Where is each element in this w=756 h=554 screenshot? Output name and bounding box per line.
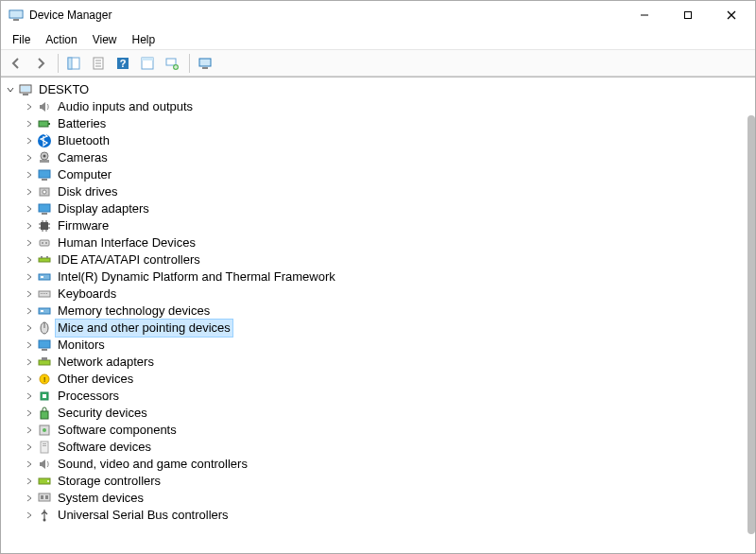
mouse-icon (37, 320, 52, 336)
menu-view[interactable]: View (85, 31, 125, 48)
svg-rect-41 (41, 256, 43, 258)
tree-node-label: Intel(R) Dynamic Platform and Thermal Fr… (56, 268, 337, 286)
menu-bar: File Action View Help (1, 29, 755, 50)
chevron-right-icon[interactable] (24, 254, 35, 266)
maximize-button[interactable] (666, 1, 710, 29)
tree-node-display[interactable]: Display adapters (1, 200, 751, 217)
tree-node-disk[interactable]: Disk drives (1, 183, 751, 200)
svg-rect-43 (39, 274, 50, 280)
svg-rect-65 (41, 441, 48, 453)
chevron-right-icon[interactable] (24, 118, 35, 130)
svg-rect-71 (41, 495, 43, 499)
tree-node-bluetooth[interactable]: Bluetooth (1, 132, 751, 149)
forward-button[interactable] (29, 52, 52, 75)
toolbar-separator (58, 54, 59, 73)
chevron-right-icon[interactable] (24, 510, 35, 521)
chevron-right-icon[interactable] (24, 152, 35, 164)
tree-node-keyboards[interactable]: Keyboards (1, 286, 751, 303)
chevron-down-icon[interactable] (5, 84, 16, 95)
chevron-right-icon[interactable] (24, 424, 35, 436)
tree-root-label: DESKTO (37, 81, 91, 98)
chevron-right-icon[interactable] (24, 493, 35, 504)
chevron-right-icon[interactable] (24, 373, 35, 385)
storage-icon (37, 474, 52, 489)
chevron-right-icon[interactable] (24, 459, 35, 470)
tree-node-hid[interactable]: Human Interface Devices (1, 234, 751, 251)
tree-node-memory[interactable]: Memory technology devices (1, 303, 751, 320)
chevron-right-icon[interactable] (24, 288, 35, 300)
monitor-icon (37, 201, 52, 216)
scan-hardware-button[interactable] (161, 52, 183, 75)
svg-rect-50 (39, 308, 50, 314)
tree-node-sound[interactable]: Sound, video and game controllers (1, 456, 751, 473)
tree-node-batteries[interactable]: Batteries (1, 115, 751, 132)
minimize-button[interactable] (623, 1, 666, 29)
card-icon (37, 269, 52, 285)
properties-button[interactable] (87, 52, 110, 75)
chevron-right-icon[interactable] (24, 305, 35, 317)
tree-node-mice[interactable]: Mice and other pointing devices (1, 320, 751, 337)
svg-point-69 (47, 480, 49, 482)
chevron-right-icon[interactable] (24, 441, 35, 453)
tree-node-label: Cameras (56, 149, 110, 166)
tree-node-label: Display adapters (56, 200, 151, 217)
tree-node-security[interactable]: Security devices (1, 405, 751, 422)
tree-node-label: Computer (56, 166, 113, 183)
chevron-right-icon[interactable] (24, 220, 35, 232)
action-button[interactable] (136, 52, 159, 75)
tree-node-system[interactable]: System devices (1, 490, 751, 507)
chevron-right-icon[interactable] (24, 186, 35, 198)
menu-action[interactable]: Action (38, 31, 84, 48)
tree-node-firmware[interactable]: Firmware (1, 217, 751, 234)
tree-node-other[interactable]: !Other devices (1, 371, 751, 388)
tree-node-monitors[interactable]: Monitors (1, 337, 751, 354)
chevron-right-icon[interactable] (24, 169, 35, 181)
chevron-right-icon[interactable] (24, 322, 35, 334)
cpu-icon (37, 389, 52, 404)
tree-node-cameras[interactable]: Cameras (1, 149, 751, 166)
other-icon: ! (37, 372, 52, 387)
tree-node-computer[interactable]: Computer (1, 166, 751, 183)
close-button[interactable] (710, 1, 753, 29)
chevron-right-icon[interactable] (24, 237, 35, 249)
menu-file[interactable]: File (5, 31, 38, 48)
chevron-right-icon[interactable] (24, 101, 35, 113)
svg-rect-37 (40, 240, 49, 246)
system-icon (37, 491, 52, 506)
help-button[interactable]: ? (112, 52, 134, 75)
show-hide-console-button[interactable] (62, 52, 85, 75)
svg-rect-23 (23, 94, 28, 95)
tree-node-processors[interactable]: Processors (1, 388, 751, 405)
devices-by-type-button[interactable] (194, 52, 216, 75)
tree-node-usb[interactable]: Universal Serial Bus controllers (1, 507, 751, 524)
svg-rect-16 (142, 58, 153, 61)
tree-node-label: Storage controllers (56, 473, 163, 490)
chevron-right-icon[interactable] (24, 271, 35, 283)
back-button[interactable] (5, 52, 27, 75)
svg-rect-55 (42, 349, 47, 351)
device-tree[interactable]: DESKTO Audio inputs and outputsBatteries… (1, 78, 751, 553)
tree-node-storage[interactable]: Storage controllers (1, 473, 751, 490)
chevron-right-icon[interactable] (24, 203, 35, 215)
toolbar: ? (1, 50, 755, 77)
tree-node-ide[interactable]: IDE ATA/ATAPI controllers (1, 251, 751, 268)
tree-node-softcomp[interactable]: Software components (1, 422, 751, 439)
chevron-right-icon[interactable] (24, 339, 35, 351)
tree-node-audio[interactable]: Audio inputs and outputs (1, 98, 751, 115)
vertical-scrollbar[interactable] (747, 115, 755, 534)
tree-node-network[interactable]: Network adapters (1, 354, 751, 371)
chevron-right-icon[interactable] (24, 407, 35, 419)
menu-help[interactable]: Help (125, 31, 163, 48)
tree-root-node[interactable]: DESKTO (1, 81, 751, 98)
chevron-right-icon[interactable] (24, 135, 35, 147)
svg-rect-19 (199, 59, 211, 66)
chevron-right-icon[interactable] (24, 356, 35, 368)
tree-node-label: Firmware (56, 217, 111, 234)
card-icon (37, 303, 52, 319)
title-bar: Device Manager (1, 1, 755, 29)
camera-icon (37, 150, 52, 165)
chevron-right-icon[interactable] (24, 390, 35, 402)
chevron-right-icon[interactable] (24, 476, 35, 487)
tree-node-softdev[interactable]: Software devices (1, 439, 751, 456)
tree-node-intel[interactable]: Intel(R) Dynamic Platform and Thermal Fr… (1, 268, 751, 286)
